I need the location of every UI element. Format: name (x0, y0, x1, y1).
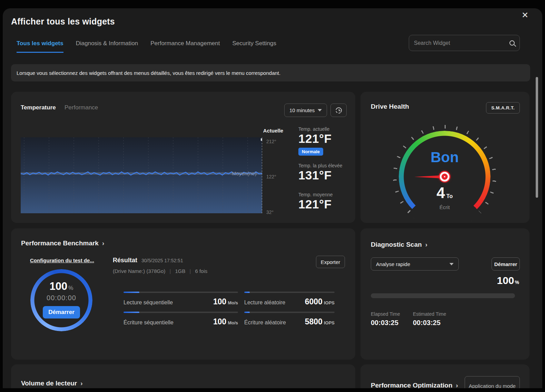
temp-average-value: 121°F (298, 197, 333, 211)
metric-bar (244, 312, 335, 313)
info-banner-text: Lorsque vous sélectionnez des widgets of… (17, 70, 280, 76)
metric-value: 100Mo/s (213, 297, 238, 306)
apply-mode-button[interactable]: Application du mode (465, 376, 520, 388)
metric-seq-write: Écriture séquentielle 100Mo/s (123, 312, 238, 326)
optimization-header[interactable]: Performance Optimization› (371, 382, 458, 388)
temp-highest-value: 131°F (298, 168, 343, 182)
separator: | (189, 268, 191, 274)
diagnostic-title: Diagnostic Scan (371, 241, 422, 248)
metric-rand-read: Lecture aléatoire 6000IOPS (244, 292, 335, 306)
benchmark-start-button[interactable]: Démarrer (43, 306, 80, 318)
page-title: Afficher tous les widgets (11, 17, 115, 27)
actuelle-label: Actuelle (252, 128, 294, 134)
ytick-32: 32° (266, 209, 274, 215)
performance-benchmark-widget: Performance Benchmark› Configuration du … (11, 228, 355, 360)
benchmark-config-link[interactable]: Configuration du test de... (30, 257, 94, 263)
health-status: Bon (393, 149, 496, 166)
temp-average-label: Temp. moyenne (298, 192, 333, 197)
temperature-chart: Moyen(ne) (21, 137, 262, 213)
chevron-right-icon: › (80, 380, 82, 387)
written-value: 4 (437, 184, 445, 201)
test-size: 1GB (175, 268, 185, 274)
temp-current-label: Temp. actuelle (298, 126, 331, 132)
metric-label: Lecture aléatoire (244, 300, 285, 306)
elapsed-time-value: 00:03:25 (371, 319, 400, 327)
clock-icon (336, 107, 342, 114)
drive-health-widget: Drive Health S.M.A.R.T. Bon 4To Écrit (360, 92, 529, 223)
interval-value: 10 minutes (289, 107, 315, 113)
status-badge: Normale (298, 148, 323, 156)
metric-value: 6000IOPS (305, 297, 335, 306)
diagnostic-scan-widget: Diagnostic Scan› Analyse rapide Démarrer… (360, 228, 529, 360)
benchmark-result-header: Résultat30/5/2025 17:52:51 (113, 257, 183, 264)
chevron-right-icon: › (456, 382, 458, 388)
close-icon[interactable]: ✕ (522, 11, 528, 19)
search-widget-box (409, 35, 520, 51)
volume-title: Volume de lecteur (21, 380, 77, 387)
ytick-122: 122° (266, 174, 276, 179)
diagnostic-progress-bar (371, 293, 515, 298)
volume-header[interactable]: Volume de lecteur› (21, 380, 83, 387)
temp-current-block: Temp. actuelle 121°F Normale (298, 126, 331, 156)
benchmark-drive-info: (Drive Name:) (378Go) | 1GB | 6 fois (113, 268, 207, 274)
tab-performance-management[interactable]: Performance Management (150, 40, 220, 53)
volume-widget: Volume de lecteur› (11, 364, 355, 388)
temp-average-block: Temp. moyenne 121°F (298, 192, 333, 211)
result-label: Résultat (113, 257, 137, 264)
temperature-widget: Temperature Performance 10 minutes Actue… (11, 92, 355, 223)
tab-tous-les-widgets[interactable]: Tous les widgets (17, 40, 63, 53)
chevron-right-icon: › (102, 239, 104, 247)
metric-value: 100Mo/s (213, 317, 238, 326)
metric-value: 5800IOPS (305, 317, 335, 326)
estimated-time-block: Estimated Time 00:03:25 (413, 311, 446, 327)
benchmark-progress-content: 100% 00:00:00 Démarrer (30, 269, 92, 331)
health-gauge: Bon 4To Écrit (393, 125, 496, 223)
interval-select[interactable]: 10 minutes (284, 104, 327, 117)
ytick-212: 212° (266, 139, 276, 144)
export-button[interactable]: Exporter (316, 256, 345, 268)
temp-highest-block: Temp. la plus élevée 131°F (298, 163, 343, 182)
tab-bar: Tous les widgets Diagnosis & Information… (17, 40, 276, 53)
tab-diagnosis-information[interactable]: Diagnosis & Information (76, 40, 138, 53)
metric-seq-read: Lecture séquentielle 100Mo/s (123, 292, 238, 306)
temp-current-value: 121°F (298, 132, 331, 146)
tab-security-settings[interactable]: Security Settings (232, 40, 276, 53)
diagnostic-header[interactable]: Diagnostic Scan› (371, 241, 427, 248)
scan-mode-value: Analyse rapide (376, 261, 410, 267)
search-input[interactable] (414, 40, 509, 46)
search-icon[interactable] (509, 40, 515, 46)
temp-tab-temperature[interactable]: Temperature (21, 104, 56, 111)
metric-label: Écriture aléatoire (244, 320, 286, 326)
diagnostic-start-button[interactable]: Démarrer (492, 257, 520, 271)
metric-rand-write: Écriture aléatoire 5800IOPS (244, 312, 335, 326)
history-clock-button[interactable] (330, 104, 347, 117)
optimization-title: Performance Optimization (371, 382, 453, 388)
benchmark-header[interactable]: Performance Benchmark› (21, 239, 104, 247)
diagnostic-percent: 100% (497, 275, 519, 286)
estimated-time-label: Estimated Time (413, 311, 446, 317)
benchmark-percent-sign: % (68, 285, 73, 291)
gauge-hub-icon (440, 172, 449, 182)
chevron-down-icon (318, 109, 322, 111)
moyenne-label: Moyen(ne) (232, 170, 257, 176)
metric-bar (123, 312, 238, 313)
scan-mode-select[interactable]: Analyse rapide (371, 257, 459, 271)
drive-health-title: Drive Health (371, 103, 409, 110)
elapsed-time-block: Elapsed Time 00:03:25 (371, 311, 400, 327)
elapsed-time-label: Elapsed Time (371, 311, 400, 317)
chevron-right-icon: › (425, 241, 427, 248)
scrollbar-thumb[interactable] (536, 77, 538, 198)
separator: | (170, 268, 171, 274)
written-total: 4To (393, 184, 496, 202)
metric-bar (123, 292, 238, 293)
temp-tab-performance[interactable]: Performance (65, 104, 98, 111)
metric-label: Lecture séquentielle (123, 300, 173, 306)
chevron-down-icon (449, 263, 454, 265)
test-iterations: 6 fois (195, 268, 207, 274)
metric-label: Écriture séquentielle (123, 320, 174, 326)
info-banner: Lorsque vous sélectionnez des widgets of… (11, 64, 530, 81)
smart-button[interactable]: S.M.A.R.T. (486, 102, 520, 114)
result-date: 30/5/2025 17:52:51 (141, 258, 183, 263)
benchmark-percent: 100 (50, 280, 68, 292)
benchmark-title: Performance Benchmark (21, 239, 99, 247)
